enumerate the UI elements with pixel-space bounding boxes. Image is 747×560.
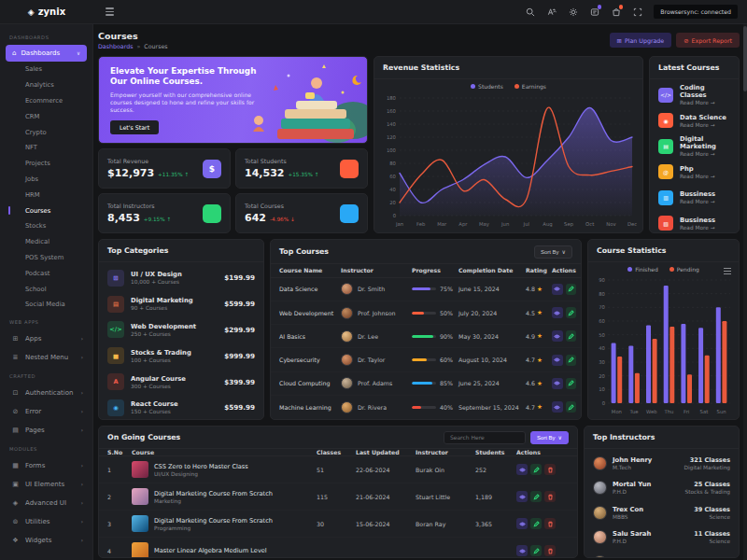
search-input[interactable] [444,431,526,444]
column-header: Students [475,449,516,455]
latest-course-item: ▧ Bussiness Read More → [658,211,730,234]
sidebar-group-item[interactable]: ◈ Advanced UI › [0,494,92,512]
course-stats-legend: FinishedPending [588,262,739,275]
chart-menu-icon[interactable] [724,268,731,274]
edit-button[interactable] [566,330,577,342]
view-button[interactable] [516,518,528,529]
edit-button[interactable] [566,307,577,318]
sidebar-group-item[interactable]: ⊞ Apps › [0,329,92,348]
sidebar-group-item[interactable]: ≣ Nested Menu › [0,348,92,367]
group-icon: ⊡ [11,389,20,397]
sort-by-button[interactable]: Sort By∨ [530,431,569,444]
app-logo[interactable]: ◈ zynix [0,7,93,17]
progress-bar [412,312,436,315]
breadcrumb-root[interactable]: Dashboards [98,43,133,49]
svg-text:Jun: Jun [500,221,509,228]
sidebar-subitem[interactable]: HRM [0,187,92,203]
page-scrollbar[interactable] [743,24,747,560]
plan-upgrade-button[interactable]: ⊞ Plan Upgrade [610,33,672,48]
table-row: AI Basics Dr. Lee 90% May 30, 2024 4.9★ [271,325,581,348]
svg-text:Sep: Sep [564,221,574,228]
view-button[interactable] [552,355,563,366]
svg-text:Web: Web [646,409,657,414]
sidebar-item-dashboards[interactable]: ⌂ Dashboards ∨ [6,45,87,62]
sidebar-group-item[interactable]: ❖ Widgets › [0,531,92,550]
edit-button[interactable] [566,401,577,413]
sidebar-subitem[interactable]: CRM [0,108,92,124]
sidebar-subitem[interactable]: POS System [0,250,92,266]
sidebar-subitem[interactable]: Ecommerce [0,93,92,109]
sidebar-group-item[interactable]: ⊡ Authentication › [0,384,92,402]
read-more-link[interactable]: Read More → [680,122,726,128]
translate-icon[interactable] [546,7,557,17]
course-icon: @ [658,164,673,179]
fullscreen-icon[interactable] [632,7,642,17]
read-more-link[interactable]: Read More → [680,100,730,105]
table-row: 4 Master Linear Algebra Medium Level [99,538,577,558]
sidebar-group-item[interactable]: ▣ UI Elements › [0,475,92,494]
cart-icon[interactable] [611,7,621,17]
sidebar-subitem[interactable]: School [0,281,92,297]
edit-button[interactable] [530,518,542,529]
edit-button[interactable] [530,464,542,475]
chevron-down-icon: ∨ [558,434,562,441]
top-categories-panel: Top Categories ⊞ UI / UX Design 10,000 +… [98,239,264,420]
read-more-link[interactable]: Read More → [680,151,730,157]
settings-gear-icon[interactable] [568,7,578,17]
sidebar-subitem[interactable]: Courses [0,203,92,218]
top-categories-list: ⊞ UI / UX Design 10,000 + Courses $199.9… [99,262,263,420]
delete-button[interactable] [544,518,556,529]
sidebar-group-item[interactable]: ⊚ Utilities › [0,512,92,531]
chevron-right-icon: › [80,518,83,525]
latest-courses-list: </> Coding Classes Read More → ◉ Data Sc… [650,79,739,233]
ongoing-courses-panel: On Going Courses Sort By∨ S.NoCourseClas… [98,426,578,558]
export-report-button[interactable]: ⊘ Export Report [676,33,740,48]
view-button[interactable] [552,284,563,295]
view-button[interactable] [516,464,528,475]
avatar [593,456,607,470]
edit-button[interactable] [530,545,542,556]
delete-button[interactable] [544,545,556,556]
sidebar-subitem[interactable]: Stocks [0,218,92,234]
sidebar-subitem[interactable]: Crypto [0,124,92,140]
view-button[interactable] [552,401,563,413]
sidebar-subitem[interactable]: NFT [0,140,92,156]
view-button[interactable] [552,307,563,318]
edit-button[interactable] [530,491,542,502]
sidebar-subitem[interactable]: Podcast [0,265,92,281]
table-row: Cybersecurity Dr. Taylor 60% August 10, … [271,348,581,371]
edit-button[interactable] [566,355,577,366]
menu-toggle-icon[interactable] [106,7,114,15]
view-button[interactable] [552,330,563,342]
edit-button[interactable] [566,378,577,389]
delete-button[interactable] [544,464,556,475]
breadcrumb: Dashboards » Courses [98,43,168,49]
view-button[interactable] [552,378,563,389]
lets-start-button[interactable]: Let's Start [110,120,159,134]
sidebar-group-item[interactable]: ▦ Forms › [0,456,92,475]
group-icon: ≣ [11,354,20,361]
view-button[interactable] [516,545,528,556]
search-icon[interactable] [525,7,535,17]
view-button[interactable] [516,491,528,502]
sidebar-item-label: Dashboards [21,49,60,57]
messages-icon[interactable] [589,7,599,17]
logo-text: zynix [38,7,65,17]
table-row: 1 CSS Zero to Hero Master Class UI/UX De… [99,456,577,483]
sidebar-subitem[interactable]: Sales [0,62,92,77]
sidebar-subitem[interactable]: Jobs [0,172,92,188]
sidebar-group-web-apps: ⊞ Apps › ≣ Nested Menu › [0,329,92,367]
sidebar-subitem[interactable]: Medical [0,234,92,250]
star-icon: ★ [537,309,543,316]
sidebar-subitem[interactable]: Projects [0,156,92,172]
edit-button[interactable] [566,284,577,295]
read-more-link[interactable]: Read More → [680,225,715,231]
sidebar-group-item[interactable]: ⊘ Error › [0,402,92,421]
sidebar-group-item[interactable]: ▤ Pages › [0,421,92,440]
read-more-link[interactable]: Read More → [680,199,715,204]
sidebar-subitem[interactable]: Social Media [0,297,92,313]
read-more-link[interactable]: Read More → [680,174,714,179]
sort-by-button[interactable]: Sort By∨ [534,245,572,259]
sidebar-subitem[interactable]: Analytics [0,77,92,93]
delete-button[interactable] [544,491,556,502]
